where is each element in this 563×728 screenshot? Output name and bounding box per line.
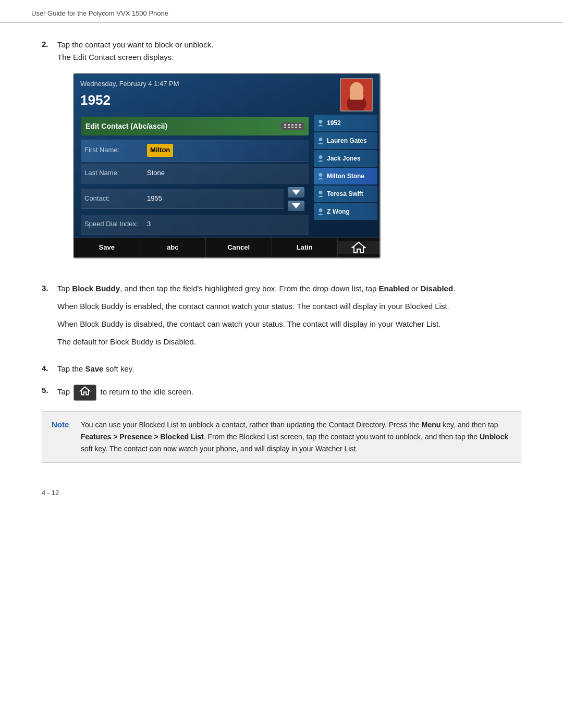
- page-number: 4 - 12: [42, 489, 59, 497]
- svg-point-8: [319, 191, 323, 194]
- step-3-main: Tap Block Buddy, and then tap the field'…: [57, 282, 521, 295]
- step-4-content: Tap the Save soft key.: [57, 363, 521, 375]
- svg-point-4: [319, 120, 323, 124]
- presence-icon-jack: [317, 155, 324, 162]
- phone-avatar: [340, 78, 373, 112]
- step-3-content: Tap Block Buddy, and then tap the field'…: [57, 282, 521, 353]
- home-icon-svg: [351, 241, 366, 254]
- step-2-number: 2.: [42, 39, 57, 48]
- svg-point-5: [319, 138, 323, 141]
- contact-1952[interactable]: 1952: [314, 115, 377, 131]
- presence-icon-zwong: [317, 208, 324, 215]
- note-label: Note: [52, 419, 72, 455]
- step-4-number: 4.: [42, 363, 57, 373]
- note-bold-unblock: Unblock: [480, 433, 508, 441]
- keyboard-icon: [281, 122, 304, 130]
- step-4-bold: Save: [85, 364, 103, 373]
- home-button-inline: [74, 385, 96, 401]
- contact-name-lauren-gates: Lauren Gates: [327, 137, 367, 144]
- svg-point-7: [319, 173, 323, 177]
- phone-status-bar: Wednesday, February 4 1:47 PM 1952: [74, 74, 380, 114]
- presence-icon-1952: [317, 119, 324, 127]
- step-3: 3. Tap Block Buddy, and then tap the fie…: [42, 282, 521, 353]
- step-2-main: Tap the contact you want to block or unb…: [57, 40, 213, 49]
- edit-contact-header: Edit Contact (Abc/ascii): [81, 117, 309, 135]
- presence-icon-teresa: [317, 190, 324, 198]
- softkey-save[interactable]: Save: [74, 238, 140, 257]
- presence-icon-lauren: [317, 137, 324, 144]
- phone-ui: Wednesday, February 4 1:47 PM 1952: [74, 74, 380, 257]
- note-bold-features: Features > Presence > Blocked List: [81, 433, 204, 441]
- arrow-down-1[interactable]: [288, 187, 304, 198]
- edit-contact-title: Edit Contact (Abc/ascii): [85, 120, 167, 132]
- step-4-main: Tap the Save soft key.: [57, 364, 134, 373]
- svg-marker-11: [80, 387, 90, 394]
- svg-rect-3: [350, 93, 363, 100]
- softkey-latin[interactable]: Latin: [272, 238, 338, 257]
- step-5-number: 5.: [42, 385, 57, 394]
- contact-milton-stone[interactable]: Milton Stone: [314, 168, 377, 184]
- presence-icon-milton: [317, 172, 324, 180]
- note-box: Note You can use your Blocked List to un…: [42, 411, 521, 463]
- field-speeddial[interactable]: Speed Dial Index: 3: [81, 215, 309, 235]
- arrow-down-2[interactable]: [288, 201, 304, 211]
- field-contact-label: Contact:: [84, 193, 147, 204]
- step-4: 4. Tap the Save soft key.: [42, 363, 521, 375]
- step-3-sub2: When Block Buddy is disabled, the contac…: [57, 318, 521, 330]
- contact-teresa-swift[interactable]: Teresa Swift: [314, 186, 377, 202]
- home-key[interactable]: [338, 241, 380, 254]
- step-2-content: Tap the contact you want to block or unb…: [57, 39, 521, 273]
- phone-screenshot: Wednesday, February 4 1:47 PM 1952: [73, 73, 381, 258]
- page-content: 2. Tap the contact you want to block or …: [0, 23, 563, 484]
- step-5-content: Tap to return to the idle screen.: [57, 385, 521, 401]
- avatar-svg: [341, 78, 372, 112]
- phone-extension: 1952: [80, 90, 340, 112]
- contact-jack-jones[interactable]: Jack Jones: [314, 150, 377, 167]
- step-2-sub: The Edit Contact screen displays.: [57, 53, 174, 61]
- contact-name-z-wong: Z Wong: [327, 208, 350, 215]
- svg-point-9: [319, 208, 323, 212]
- step-3-bold1: Block Buddy: [72, 284, 120, 293]
- step-3-bold2: Enabled: [379, 284, 409, 293]
- contact-lauren-gates[interactable]: Lauren Gates: [314, 132, 377, 149]
- contact-name-teresa-swift: Teresa Swift: [327, 190, 363, 198]
- svg-marker-10: [352, 242, 365, 253]
- step-5-main: Tap to return to the idle screen.: [57, 387, 193, 396]
- field-contact-row: Contact: 1955: [81, 186, 309, 213]
- field-firstname[interactable]: First Name: Milton: [81, 140, 309, 162]
- field-speeddial-label: Speed Dial Index:: [84, 219, 147, 230]
- field-lastname-value: Stone: [147, 168, 165, 179]
- contact-name-milton-stone: Milton Stone: [327, 172, 364, 180]
- softkey-cancel[interactable]: Cancel: [206, 238, 272, 257]
- field-speeddial-value: 3: [147, 219, 151, 230]
- contact-arrows: [284, 186, 309, 213]
- contact-name-1952: 1952: [327, 119, 341, 127]
- field-contact[interactable]: Contact: 1955: [81, 189, 284, 209]
- field-firstname-label: First Name:: [84, 145, 147, 156]
- note-content: You can use your Blocked List to unblock…: [81, 419, 511, 455]
- step-3-number: 3.: [42, 282, 57, 292]
- note-bold-menu: Menu: [422, 421, 441, 429]
- step-5: 5. Tap to return to the idle screen.: [42, 385, 521, 401]
- phone-datetime: Wednesday, February 4 1:47 PM: [80, 79, 340, 90]
- step-3-bold3: Disabled: [421, 284, 454, 293]
- home-btn-icon: [79, 386, 91, 396]
- page-header: User Guide for the Polycom VVX 1500 Phon…: [0, 0, 563, 23]
- field-contact-value: 1955: [147, 193, 162, 204]
- step-3-sub1: When Block Buddy is enabled, the contact…: [57, 300, 521, 313]
- step-3-sub3: The default for Block Buddy is Disabled.: [57, 336, 521, 348]
- phone-contacts-panel: 1952 Lauren Gates: [313, 114, 380, 238]
- softkey-abc[interactable]: abc: [140, 238, 206, 257]
- phone-main-area: Edit Contact (Abc/ascii): [74, 114, 380, 238]
- svg-point-6: [319, 155, 323, 159]
- field-lastname-label: Last Name:: [84, 168, 147, 179]
- page-footer: 4 - 12: [0, 484, 563, 502]
- phone-form-panel: Edit Contact (Abc/ascii): [74, 114, 313, 238]
- field-firstname-value: Milton: [147, 144, 173, 157]
- contact-name-jack-jones: Jack Jones: [327, 155, 361, 162]
- field-lastname[interactable]: Last Name: Stone: [81, 164, 309, 183]
- phone-softkeys: Save abc Cancel Latin: [74, 238, 380, 257]
- header-title: User Guide for the Polycom VVX 1500 Phon…: [31, 9, 168, 17]
- step-2: 2. Tap the contact you want to block or …: [42, 39, 521, 273]
- contact-z-wong[interactable]: Z Wong: [314, 203, 377, 220]
